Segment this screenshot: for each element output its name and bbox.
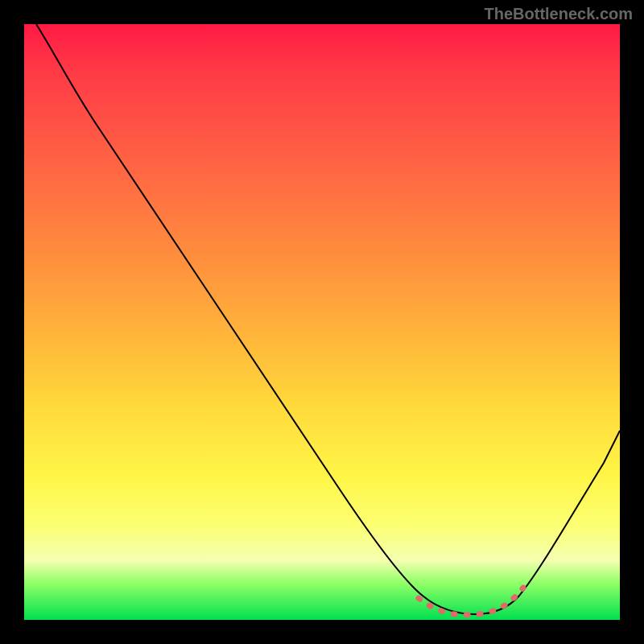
plot-area	[24, 24, 620, 620]
watermark-text: TheBottleneck.com	[485, 5, 633, 23]
gradient-background	[24, 24, 620, 620]
chart-container: TheBottleneck.com	[0, 0, 644, 644]
